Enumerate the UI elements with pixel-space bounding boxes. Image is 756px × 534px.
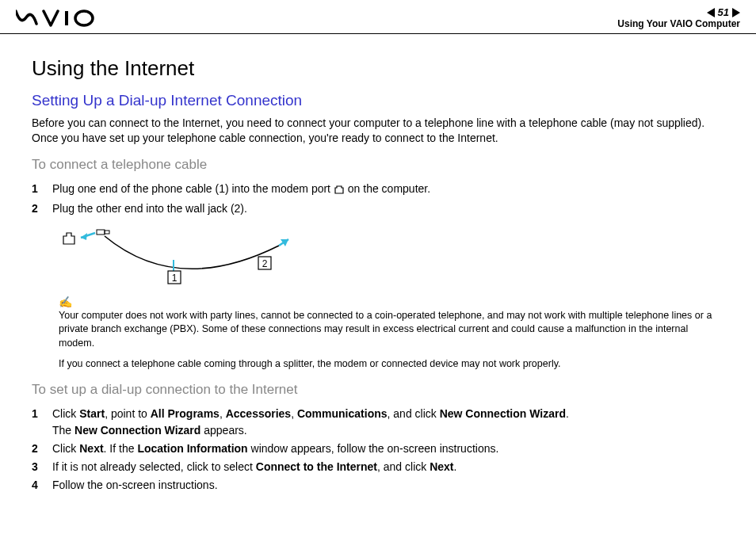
step-text: Click Next. If the Location Information …: [52, 441, 724, 457]
cable-diagram: 1 2: [59, 225, 312, 288]
step-text-pre: Plug one end of the phone cable (1) into…: [52, 182, 334, 195]
vaio-logo: [16, 10, 103, 30]
note-block: ✍ Your computer does not work with party…: [59, 295, 724, 351]
page-content: Using the Internet Setting Up a Dial-up …: [0, 34, 756, 513]
page-header: 51 Using Your VAIO Computer: [0, 0, 756, 34]
section-a-steps: 1 Plug one end of the phone cable (1) in…: [32, 181, 724, 217]
prev-page-arrow-icon[interactable]: [707, 8, 715, 17]
note-text: Your computer does not work with party l…: [59, 309, 724, 351]
list-item: 1 Plug one end of the phone cable (1) in…: [32, 181, 724, 199]
list-item: 2Click Next. If the Location Information…: [32, 441, 724, 457]
page-title: Using the Internet: [32, 56, 724, 81]
diagram-label-2: 2: [262, 258, 268, 269]
list-item: 1Click Start, point to All Programs, Acc…: [32, 406, 724, 439]
step-text-post: on the computer.: [345, 182, 430, 195]
header-nav: 51 Using Your VAIO Computer: [617, 6, 740, 29]
modem-port-icon: [334, 182, 345, 199]
step-text: Plug the other end into the wall jack (2…: [52, 200, 724, 217]
svg-rect-3: [105, 231, 109, 234]
section-b-heading: To set up a dial-up connection to the In…: [32, 382, 724, 398]
step-text: If it is not already selected, click to …: [52, 459, 724, 475]
list-item: 3If it is not already selected, click to…: [32, 459, 724, 475]
diagram-label-1: 1: [172, 273, 178, 284]
step-number: 2: [32, 200, 52, 217]
list-item: 4Follow the on-screen instructions.: [32, 477, 724, 494]
svg-rect-0: [65, 11, 68, 25]
section-a-heading: To connect a telephone cable: [32, 157, 724, 173]
step-text: Click Start, point to All Programs, Acce…: [52, 406, 724, 439]
note-icon: ✍: [59, 296, 72, 308]
step-number: 2: [32, 441, 52, 457]
section-b-steps: 1Click Start, point to All Programs, Acc…: [32, 406, 724, 494]
intro-paragraph: Before you can connect to the Internet, …: [32, 116, 724, 146]
svg-point-1: [75, 11, 93, 25]
page-subtitle: Setting Up a Dial-up Internet Connection: [32, 92, 724, 109]
step-number: 3: [32, 459, 52, 475]
list-item: 2 Plug the other end into the wall jack …: [32, 200, 724, 217]
step-number: 1: [32, 181, 52, 199]
note-text-2: If you connect a telephone cable coming …: [59, 358, 724, 369]
step-text: Follow the on-screen instructions.: [52, 477, 724, 494]
page-number: 51: [718, 6, 729, 18]
svg-rect-2: [97, 230, 105, 235]
step-number: 1: [32, 406, 52, 439]
step-number: 4: [32, 477, 52, 494]
next-page-arrow-icon[interactable]: [732, 8, 740, 17]
section-name: Using Your VAIO Computer: [617, 18, 740, 29]
